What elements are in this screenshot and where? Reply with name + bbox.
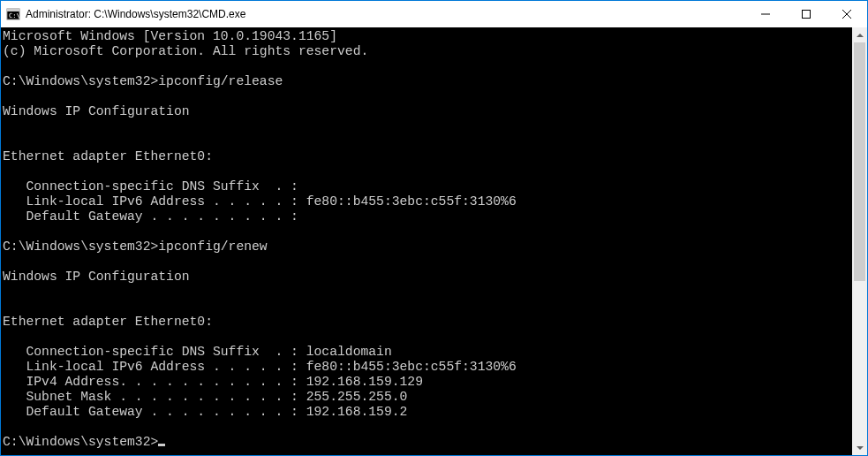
scrollbar-down-button[interactable] — [852, 440, 867, 455]
console-area: Microsoft Windows [Version 10.0.19043.11… — [1, 27, 867, 455]
svg-rect-4 — [803, 11, 811, 19]
cursor — [158, 444, 165, 446]
output-text: Microsoft Windows [Version 10.0.19043.11… — [3, 29, 517, 419]
minimize-button[interactable] — [745, 1, 786, 27]
svg-marker-7 — [857, 34, 864, 37]
window-title: Administrator: C:\Windows\system32\CMD.e… — [26, 8, 245, 20]
vertical-scrollbar[interactable] — [852, 27, 867, 455]
close-button[interactable] — [826, 1, 867, 27]
scrollbar-up-button[interactable] — [852, 27, 867, 42]
console-output[interactable]: Microsoft Windows [Version 10.0.19043.11… — [1, 27, 852, 455]
svg-text:C:\: C:\ — [9, 12, 20, 19]
scrollbar-track[interactable] — [852, 42, 867, 440]
prompt-text: C:\Windows\system32> — [3, 435, 158, 449]
maximize-button[interactable] — [786, 1, 826, 27]
caption-buttons — [745, 1, 867, 27]
scrollbar-thumb[interactable] — [854, 42, 865, 281]
cmd-icon: C:\ — [6, 7, 20, 21]
svg-rect-1 — [7, 9, 19, 11]
cmd-window: C:\ Administrator: C:\Windows\system32\C… — [0, 0, 868, 456]
svg-marker-8 — [857, 446, 864, 450]
titlebar[interactable]: C:\ Administrator: C:\Windows\system32\C… — [1, 1, 867, 27]
